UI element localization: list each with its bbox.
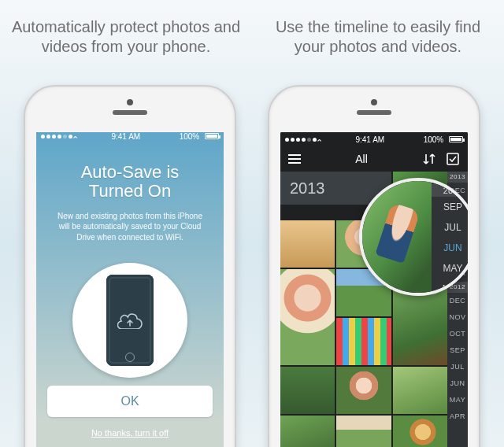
photo-thumb[interactable] [336,367,391,414]
signal-dots-icon [41,135,72,139]
mag-month: JUN [432,238,468,258]
photo-thumb[interactable] [280,416,335,447]
select-icon[interactable] [446,152,460,166]
gallery-topbar: All [280,146,468,172]
device-illustration [72,263,187,378]
photo-thumb[interactable] [280,269,335,365]
status-time: 9:41 AM [355,135,384,144]
phone-screen-right: 9:41 AM 100% All 20 [280,132,468,447]
mini-phone-icon [106,275,154,366]
phone-sensor [371,99,377,105]
photo-thumb[interactable] [336,318,391,365]
title-line2: Turned On [89,181,171,201]
autosave-body: New and existing photos from this iPhone… [47,211,213,243]
status-battery-group: 100% [424,135,463,144]
svg-rect-0 [447,153,458,164]
timeline-month[interactable]: JUN [447,375,468,392]
wifi-icon [69,135,72,139]
menu-icon[interactable] [288,154,301,164]
timeline-year[interactable]: 2013 [447,172,468,183]
timeline-month[interactable]: APR [447,408,468,425]
timeline-month[interactable]: NOV [447,309,468,326]
autosave-content: Auto-Save is Turned On New and existing … [36,141,224,386]
autosave-actions: OK No thanks, turn it off [36,386,224,447]
sort-icon[interactable] [422,152,436,166]
cloud-upload-icon [117,312,143,329]
timeline-magnifier: 2013 SEPJULJUNMAYMAR [359,178,468,296]
timeline-month[interactable]: MAY [447,392,468,408]
mag-month: SEP [432,197,468,217]
autosave-screen: 9:41 AM 100% Auto-Save is Turned On New … [36,132,224,447]
mag-month: MAY [432,258,468,279]
phone-earpiece [357,110,391,115]
status-bar: 9:41 AM 100% [280,132,468,146]
mag-month: JUL [432,217,468,238]
phone-mockup-right: 9:41 AM 100% All 20 [268,85,480,447]
status-battery-group: 100% [180,132,219,141]
status-time: 9:41 AM [111,132,140,141]
autosave-title: Auto-Save is Turned On [47,163,213,201]
battery-percent: 100% [180,132,200,141]
photo-thumb[interactable] [393,367,447,414]
gallery-title[interactable]: All [355,153,368,165]
phone-sensor [127,99,133,105]
signal-dots-icon [285,138,317,142]
status-bar: 9:41 AM 100% [36,132,224,141]
battery-icon [205,133,219,139]
timeline-month[interactable]: DEC [447,293,468,309]
timeline-month[interactable]: SEP [447,342,468,359]
caption-right: Use the timeline to easily find your pho… [260,17,496,57]
battery-icon [449,136,463,142]
photo-thumb[interactable] [280,220,335,268]
wifi-icon [313,138,317,142]
photo-thumb[interactable] [336,416,391,447]
timeline-month[interactable]: JUL [447,359,468,375]
timeline-month[interactable]: OCT [447,326,468,342]
turn-off-link[interactable]: No thanks, turn it off [47,428,213,438]
magnifier-timeline: 2013 SEPJULJUNMAYMAR [432,181,468,293]
toolbar-tools [422,152,460,166]
caption-left: Automatically protect photos and videos … [8,17,244,57]
photo-thumb[interactable] [393,416,447,447]
photo-thumb[interactable] [280,367,335,414]
phone-screen-left: 9:41 AM 100% Auto-Save is Turned On New … [36,132,224,447]
title-line1: Auto-Save is [81,162,180,182]
battery-percent: 100% [424,135,444,144]
timeline-screen: 9:41 AM 100% All 20 [280,132,468,447]
phone-earpiece [113,110,147,115]
phone-mockup-left: 9:41 AM 100% Auto-Save is Turned On New … [24,85,236,447]
ok-button[interactable]: OK [47,386,213,417]
